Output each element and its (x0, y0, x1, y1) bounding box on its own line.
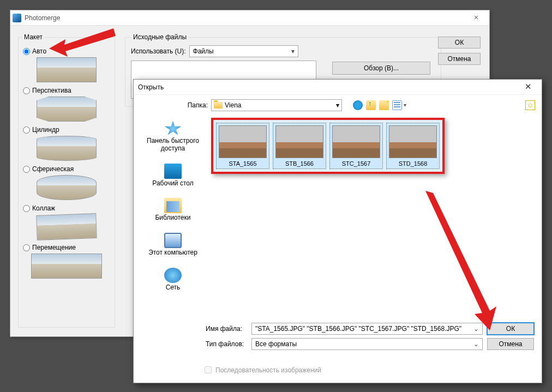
layout-auto-label: Авто (32, 47, 46, 55)
layout-reposition-label: Перемещение (32, 244, 76, 251)
use-value: Файлы (193, 47, 214, 55)
filetype-value: Все форматы (255, 340, 297, 348)
layout-spherical-label: Сферическая (32, 165, 74, 173)
filename-label: Имя файла: (206, 325, 247, 333)
layout-cylinder[interactable]: Цилиндр (23, 126, 111, 134)
layout-collage-thumb (36, 213, 97, 240)
layout-auto[interactable]: Авто (23, 47, 111, 55)
layout-perspective-radio[interactable] (23, 87, 30, 94)
layout-legend: Макет (22, 33, 45, 41)
layout-cylinder-thumb (37, 136, 97, 161)
view-menu-icon[interactable] (392, 100, 402, 110)
layout-collage-radio[interactable] (23, 205, 30, 212)
image-sequence-checkbox[interactable]: Последовательность изображений (202, 365, 321, 375)
places-bar: Панель быстрого доступа Рабочий стол Биб… (140, 116, 206, 306)
file-name: STB_1566 (273, 160, 326, 167)
filename-input[interactable]: "STA_1565.JPG" "STB_1566.JPG" "STC_1567.… (251, 323, 483, 335)
browse-button[interactable]: Обзор (B)... (332, 62, 430, 75)
filename-value: "STA_1565.JPG" "STB_1566.JPG" "STC_1567.… (255, 325, 461, 333)
layout-reposition[interactable]: Перемещение (23, 244, 111, 251)
network-icon (164, 268, 182, 283)
layout-perspective-thumb (37, 97, 97, 122)
thumbnail-image (219, 125, 267, 158)
filetype-select[interactable]: Все форматы (251, 338, 483, 350)
folder-icon (214, 102, 223, 108)
source-legend: Исходные файлы (131, 33, 189, 41)
thumbnail-image (275, 125, 323, 158)
favorite-star-button[interactable]: ✩ (525, 100, 535, 110)
open-cancel-button[interactable]: Отмена (487, 338, 534, 350)
file-thumb[interactable]: STA_1565 (217, 123, 269, 168)
open-titlebar: Открыть ✕ (134, 80, 542, 95)
open-dialog: Открыть ✕ Папка: Viena ✩ Панель быстрого… (133, 79, 542, 383)
file-name: STC_1567 (330, 160, 382, 167)
layout-spherical[interactable]: Сферическая (23, 165, 111, 173)
folder-value: Viena (225, 101, 241, 109)
thumbnail-image (389, 125, 437, 158)
folder-toolbar (353, 100, 402, 110)
photomerge-title: Photomerge (25, 14, 465, 22)
close-icon[interactable]: ✕ (519, 81, 537, 93)
layout-auto-radio[interactable] (23, 48, 30, 55)
thumbnail-image (332, 125, 380, 158)
layout-group: Макет Авто Перспектива Цилиндр Сферическ… (18, 33, 115, 328)
place-quick-access[interactable]: Панель быстрого доступа (140, 121, 206, 153)
folder-select[interactable]: Viena (211, 99, 342, 111)
file-area[interactable]: STA_1565 STB_1566 STC_1567 STD_1568 (209, 116, 535, 306)
file-thumb[interactable]: STD_1568 (387, 123, 439, 168)
file-name: STD_1568 (387, 160, 439, 167)
photomerge-ok-button[interactable]: ОК (438, 37, 481, 49)
this-pc-icon (164, 233, 182, 248)
photomerge-cancel-button[interactable]: Отмена (438, 53, 481, 65)
use-select[interactable]: Файлы (189, 45, 298, 57)
layout-reposition-radio[interactable] (23, 244, 30, 251)
layout-collage-label: Коллаж (32, 204, 55, 212)
libraries-icon (164, 198, 182, 213)
quick-access-icon (164, 121, 182, 136)
filetype-label: Тип файлов: (206, 340, 247, 348)
open-ok-button[interactable]: ОК (487, 323, 534, 335)
layout-spherical-radio[interactable] (23, 166, 30, 173)
back-icon[interactable] (353, 100, 363, 110)
file-name: STA_1565 (217, 160, 269, 167)
layout-cylinder-radio[interactable] (23, 126, 30, 134)
layout-spherical-thumb (37, 175, 97, 200)
layout-perspective-label: Перспектива (32, 87, 71, 94)
use-label: Использовать (U): (131, 47, 186, 55)
desktop-icon (164, 164, 182, 179)
layout-cylinder-label: Цилиндр (32, 126, 59, 134)
place-libraries[interactable]: Библиотеки (155, 198, 190, 222)
layout-reposition-thumb (31, 254, 102, 279)
image-sequence-input[interactable] (205, 366, 212, 373)
layout-auto-thumb (37, 57, 97, 82)
up-one-level-icon[interactable] (366, 100, 376, 110)
layout-perspective[interactable]: Перспектива (23, 87, 111, 94)
file-thumb[interactable]: STC_1567 (330, 123, 382, 168)
photomerge-titlebar: Photomerge × (10, 10, 489, 26)
new-folder-icon[interactable] (379, 100, 389, 110)
close-icon[interactable]: × (465, 12, 487, 24)
place-network[interactable]: Сеть (164, 268, 182, 292)
file-thumb[interactable]: STB_1566 (273, 123, 326, 168)
place-desktop[interactable]: Рабочий стол (152, 164, 193, 188)
open-title: Открыть (138, 83, 519, 91)
photomerge-app-icon (13, 14, 21, 22)
folder-label: Папка: (184, 101, 208, 109)
place-this-pc[interactable]: Этот компьютер (148, 233, 197, 257)
annotation-highlight-box: STA_1565 STB_1566 STC_1567 STD_1568 (211, 118, 445, 174)
layout-collage[interactable]: Коллаж (23, 204, 111, 212)
